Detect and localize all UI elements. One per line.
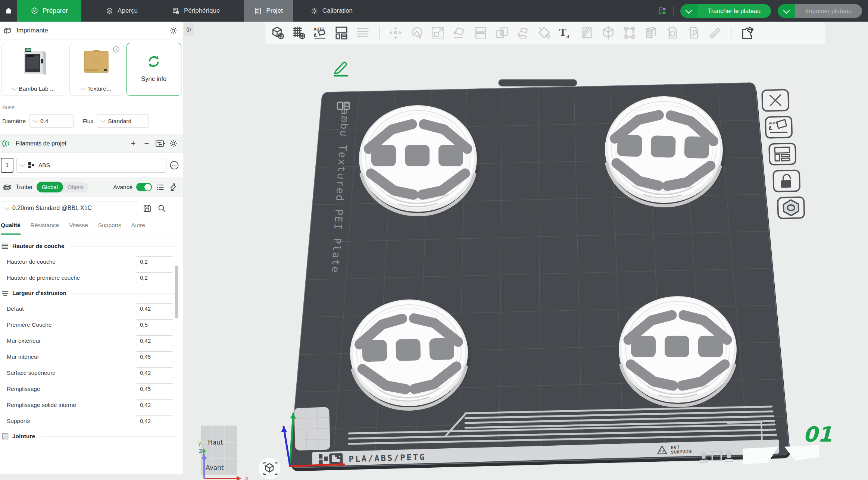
- view-reset-button[interactable]: [259, 458, 280, 479]
- orientation-cube[interactable]: Haut Avant: [201, 426, 237, 474]
- process-tab-résistance[interactable]: Résistance: [31, 222, 59, 235]
- settings-group-header[interactable]: Largeur d'extrusion: [1, 286, 183, 301]
- settings-group-header[interactable]: Hauteur de couche: [1, 239, 183, 254]
- flow-select[interactable]: Standard: [97, 114, 149, 128]
- hot-surface-line2: SURFACE: [671, 449, 692, 455]
- add-filament-button[interactable]: +: [128, 139, 138, 148]
- diameter-select[interactable]: 0.4: [29, 114, 74, 128]
- setting-row: Hauteur de première couche0,2: [1, 270, 183, 286]
- tab-prepare[interactable]: Préparer: [17, 0, 81, 22]
- arrange-icon[interactable]: [334, 25, 349, 40]
- scope-switch[interactable]: Global Objets: [37, 182, 88, 192]
- save-preset-icon[interactable]: [143, 204, 152, 213]
- setting-value-input[interactable]: 0,2: [136, 256, 173, 267]
- axis-x-label: x: [245, 474, 249, 480]
- tab-calibration-label: Calibration: [322, 7, 353, 15]
- remove-filament-button[interactable]: −: [142, 139, 152, 148]
- filament-brand-icon: [28, 162, 35, 169]
- sync-info-button[interactable]: Sync info: [127, 43, 181, 96]
- printer-section-header: Imprimante: [0, 22, 183, 40]
- emboss-zero-icon: [665, 25, 680, 40]
- settings-scrollbar[interactable]: [175, 266, 178, 319]
- ams-icon[interactable]: [155, 139, 165, 148]
- setting-value-input[interactable]: 0,42: [136, 415, 173, 426]
- process-tab-vitesse[interactable]: Vitesse: [69, 222, 88, 235]
- print-dropdown[interactable]: [778, 4, 795, 18]
- setting-value-input[interactable]: 0,45: [136, 383, 173, 394]
- search-preset-icon[interactable]: [157, 204, 166, 213]
- workspace-grid-icon[interactable]: [658, 7, 666, 15]
- tab-project[interactable]: Projet: [244, 0, 293, 22]
- tab-project-label: Projet: [266, 7, 282, 15]
- process-preset-select[interactable]: 0.20mm Standard @BBL X1C: [1, 201, 137, 215]
- home-button[interactable]: [0, 0, 17, 22]
- viewport-3d[interactable]: ⟨|⟩ AUTOTa: [183, 22, 868, 480]
- mesh-frame-icon: [622, 25, 637, 40]
- filament-more-icon[interactable]: [169, 160, 179, 170]
- slice-dropdown[interactable]: [680, 4, 697, 18]
- hot-surface-line1: HOT: [671, 445, 680, 450]
- setting-label: Surface supérieure: [7, 370, 136, 376]
- setting-value-input[interactable]: 0,5: [136, 319, 173, 330]
- device-icon: [172, 7, 180, 15]
- setting-row: Défaut0,42: [1, 301, 183, 317]
- chevron-down-icon: [783, 7, 790, 13]
- scene-3d[interactable]: Bambu Textured PEI Plate: [183, 22, 868, 480]
- scope-objects[interactable]: Objets: [63, 184, 88, 190]
- printer-name: Bambu Lab ...: [19, 85, 55, 92]
- printer-card[interactable]: Bambu Lab ...: [1, 43, 66, 96]
- add-plate-icon[interactable]: [291, 25, 306, 40]
- process-tab-autre[interactable]: Autre: [131, 222, 145, 235]
- text-tool-icon[interactable]: Ta: [558, 25, 573, 40]
- setting-value-input[interactable]: 0,2: [136, 272, 173, 283]
- tab-calibration[interactable]: Calibration: [300, 0, 363, 22]
- setting-value-input[interactable]: 0,42: [136, 335, 173, 346]
- printer-settings-gear-icon[interactable]: [169, 26, 178, 35]
- print-plate-button[interactable]: Imprimer plateau: [778, 4, 862, 18]
- setting-row: Remplissage0,45: [1, 381, 183, 397]
- tab-device[interactable]: Périphérique: [162, 0, 230, 22]
- auto-orient-plate-button[interactable]: AUTO: [765, 116, 792, 138]
- setting-label: Défaut: [7, 305, 136, 312]
- chevron-down-icon: [12, 86, 17, 91]
- tab-device-label: Périphérique: [184, 7, 220, 15]
- process-tab-supports[interactable]: Supports: [98, 222, 121, 235]
- delete-plate-button[interactable]: [762, 90, 789, 111]
- printer-section-title: Imprimante: [16, 27, 48, 34]
- filament-select[interactable]: ABS: [16, 158, 166, 173]
- assembly-icon[interactable]: [740, 25, 755, 40]
- advanced-toggle[interactable]: [136, 183, 152, 191]
- slice-plate-button[interactable]: Trancher le plateau: [680, 4, 771, 18]
- auto-orient-icon[interactable]: AUTO: [313, 25, 328, 40]
- arrange-plate-button[interactable]: [769, 143, 796, 165]
- setting-value-input[interactable]: 0,42: [136, 399, 173, 410]
- tab-preview[interactable]: Aperçu: [96, 0, 148, 22]
- plate-number: 01: [803, 422, 832, 446]
- project-doc-icon: [254, 7, 262, 15]
- split-objects-icon: [473, 25, 488, 40]
- lock-plate-button[interactable]: [773, 170, 800, 192]
- chevron-down-icon: [100, 118, 105, 123]
- settings-group-header[interactable]: Jointure: [1, 429, 183, 444]
- flow-value: Standard: [108, 118, 131, 125]
- filament-slot-number[interactable]: 1: [1, 158, 13, 173]
- edit-plate-name-pencil-icon[interactable]: [334, 62, 347, 76]
- toolbar-separator: [379, 26, 380, 39]
- setting-value-input[interactable]: 0,42: [136, 303, 173, 314]
- setting-row: Surface supérieure0,42: [1, 365, 183, 381]
- setting-label: Hauteur de première couche: [7, 274, 136, 281]
- plate-settings-button[interactable]: [778, 197, 804, 219]
- process-tabs: QualitéRésistanceVitesseSupportsAutre: [0, 219, 183, 235]
- filament-settings-gear-icon[interactable]: [169, 139, 178, 148]
- compare-params-icon[interactable]: [169, 183, 178, 192]
- param-list-icon[interactable]: [156, 183, 165, 192]
- scope-global[interactable]: Global: [37, 182, 63, 192]
- setting-value-input[interactable]: 0,45: [136, 351, 173, 362]
- settings-group-title: Largeur d'extrusion: [12, 290, 66, 297]
- plate-type-card[interactable]: Texture...: [69, 43, 123, 96]
- topbar-separator: [673, 6, 674, 16]
- setting-value-input[interactable]: 0,42: [136, 367, 173, 378]
- process-tab-qualité[interactable]: Qualité: [1, 222, 21, 235]
- add-object-icon[interactable]: [270, 25, 285, 40]
- panel-bottom-strip: [0, 474, 183, 480]
